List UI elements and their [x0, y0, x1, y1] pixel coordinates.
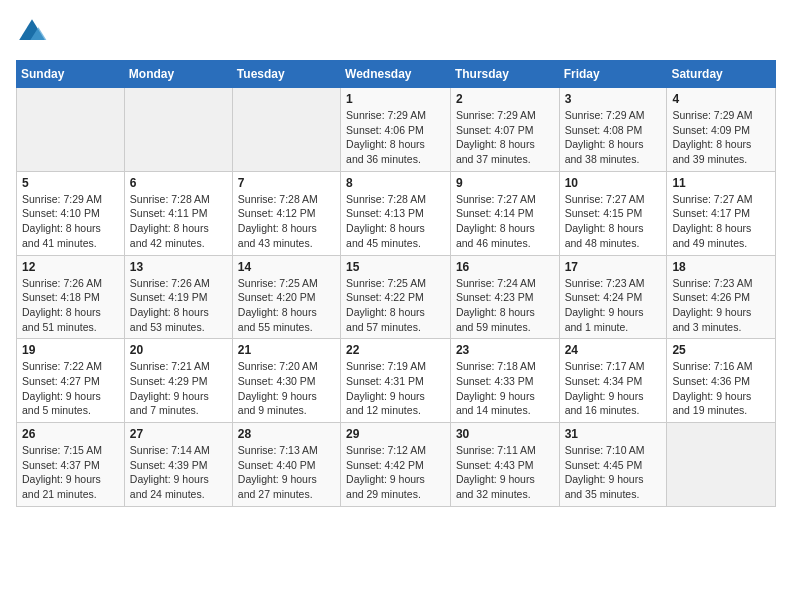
day-number: 4 [672, 92, 770, 106]
calendar-cell: 19Sunrise: 7:22 AM Sunset: 4:27 PM Dayli… [17, 339, 125, 423]
day-number: 22 [346, 343, 445, 357]
calendar-cell: 29Sunrise: 7:12 AM Sunset: 4:42 PM Dayli… [341, 423, 451, 507]
day-number: 10 [565, 176, 662, 190]
header-cell-saturday: Saturday [667, 61, 776, 88]
calendar-cell: 12Sunrise: 7:26 AM Sunset: 4:18 PM Dayli… [17, 255, 125, 339]
day-number: 2 [456, 92, 554, 106]
day-number: 30 [456, 427, 554, 441]
day-info: Sunrise: 7:24 AM Sunset: 4:23 PM Dayligh… [456, 276, 554, 335]
day-number: 23 [456, 343, 554, 357]
calendar-cell: 25Sunrise: 7:16 AM Sunset: 4:36 PM Dayli… [667, 339, 776, 423]
day-number: 26 [22, 427, 119, 441]
calendar-cell: 9Sunrise: 7:27 AM Sunset: 4:14 PM Daylig… [450, 171, 559, 255]
calendar-cell: 13Sunrise: 7:26 AM Sunset: 4:19 PM Dayli… [124, 255, 232, 339]
day-number: 12 [22, 260, 119, 274]
logo-icon [16, 16, 48, 48]
header-cell-thursday: Thursday [450, 61, 559, 88]
calendar-cell: 6Sunrise: 7:28 AM Sunset: 4:11 PM Daylig… [124, 171, 232, 255]
day-number: 24 [565, 343, 662, 357]
day-number: 14 [238, 260, 335, 274]
day-info: Sunrise: 7:29 AM Sunset: 4:10 PM Dayligh… [22, 192, 119, 251]
calendar-cell: 20Sunrise: 7:21 AM Sunset: 4:29 PM Dayli… [124, 339, 232, 423]
day-info: Sunrise: 7:14 AM Sunset: 4:39 PM Dayligh… [130, 443, 227, 502]
day-number: 18 [672, 260, 770, 274]
calendar-cell: 1Sunrise: 7:29 AM Sunset: 4:06 PM Daylig… [341, 88, 451, 172]
day-info: Sunrise: 7:27 AM Sunset: 4:15 PM Dayligh… [565, 192, 662, 251]
header-cell-wednesday: Wednesday [341, 61, 451, 88]
day-number: 28 [238, 427, 335, 441]
day-info: Sunrise: 7:25 AM Sunset: 4:22 PM Dayligh… [346, 276, 445, 335]
calendar-cell: 30Sunrise: 7:11 AM Sunset: 4:43 PM Dayli… [450, 423, 559, 507]
calendar-cell: 11Sunrise: 7:27 AM Sunset: 4:17 PM Dayli… [667, 171, 776, 255]
day-number: 19 [22, 343, 119, 357]
day-info: Sunrise: 7:26 AM Sunset: 4:18 PM Dayligh… [22, 276, 119, 335]
calendar-header: SundayMondayTuesdayWednesdayThursdayFrid… [17, 61, 776, 88]
day-number: 3 [565, 92, 662, 106]
header-row: SundayMondayTuesdayWednesdayThursdayFrid… [17, 61, 776, 88]
day-number: 8 [346, 176, 445, 190]
calendar-cell: 3Sunrise: 7:29 AM Sunset: 4:08 PM Daylig… [559, 88, 667, 172]
day-info: Sunrise: 7:27 AM Sunset: 4:14 PM Dayligh… [456, 192, 554, 251]
week-row-3: 12Sunrise: 7:26 AM Sunset: 4:18 PM Dayli… [17, 255, 776, 339]
day-info: Sunrise: 7:17 AM Sunset: 4:34 PM Dayligh… [565, 359, 662, 418]
day-info: Sunrise: 7:29 AM Sunset: 4:06 PM Dayligh… [346, 108, 445, 167]
day-info: Sunrise: 7:12 AM Sunset: 4:42 PM Dayligh… [346, 443, 445, 502]
calendar-cell: 7Sunrise: 7:28 AM Sunset: 4:12 PM Daylig… [232, 171, 340, 255]
header-cell-sunday: Sunday [17, 61, 125, 88]
calendar-cell: 16Sunrise: 7:24 AM Sunset: 4:23 PM Dayli… [450, 255, 559, 339]
day-info: Sunrise: 7:19 AM Sunset: 4:31 PM Dayligh… [346, 359, 445, 418]
calendar-cell [17, 88, 125, 172]
day-info: Sunrise: 7:23 AM Sunset: 4:26 PM Dayligh… [672, 276, 770, 335]
day-number: 20 [130, 343, 227, 357]
calendar-cell: 28Sunrise: 7:13 AM Sunset: 4:40 PM Dayli… [232, 423, 340, 507]
header-cell-monday: Monday [124, 61, 232, 88]
calendar-cell: 27Sunrise: 7:14 AM Sunset: 4:39 PM Dayli… [124, 423, 232, 507]
day-number: 1 [346, 92, 445, 106]
calendar-cell: 26Sunrise: 7:15 AM Sunset: 4:37 PM Dayli… [17, 423, 125, 507]
calendar-cell: 2Sunrise: 7:29 AM Sunset: 4:07 PM Daylig… [450, 88, 559, 172]
day-number: 13 [130, 260, 227, 274]
calendar-cell [667, 423, 776, 507]
week-row-2: 5Sunrise: 7:29 AM Sunset: 4:10 PM Daylig… [17, 171, 776, 255]
calendar-cell: 5Sunrise: 7:29 AM Sunset: 4:10 PM Daylig… [17, 171, 125, 255]
day-info: Sunrise: 7:21 AM Sunset: 4:29 PM Dayligh… [130, 359, 227, 418]
day-number: 11 [672, 176, 770, 190]
page-header [16, 16, 776, 48]
calendar-body: 1Sunrise: 7:29 AM Sunset: 4:06 PM Daylig… [17, 88, 776, 507]
logo [16, 16, 52, 48]
calendar-table: SundayMondayTuesdayWednesdayThursdayFrid… [16, 60, 776, 507]
calendar-cell: 21Sunrise: 7:20 AM Sunset: 4:30 PM Dayli… [232, 339, 340, 423]
day-number: 7 [238, 176, 335, 190]
day-info: Sunrise: 7:13 AM Sunset: 4:40 PM Dayligh… [238, 443, 335, 502]
day-number: 16 [456, 260, 554, 274]
week-row-5: 26Sunrise: 7:15 AM Sunset: 4:37 PM Dayli… [17, 423, 776, 507]
day-info: Sunrise: 7:22 AM Sunset: 4:27 PM Dayligh… [22, 359, 119, 418]
day-info: Sunrise: 7:29 AM Sunset: 4:09 PM Dayligh… [672, 108, 770, 167]
calendar-cell: 23Sunrise: 7:18 AM Sunset: 4:33 PM Dayli… [450, 339, 559, 423]
calendar-cell [124, 88, 232, 172]
day-info: Sunrise: 7:27 AM Sunset: 4:17 PM Dayligh… [672, 192, 770, 251]
calendar-cell [232, 88, 340, 172]
day-number: 15 [346, 260, 445, 274]
header-cell-tuesday: Tuesday [232, 61, 340, 88]
week-row-4: 19Sunrise: 7:22 AM Sunset: 4:27 PM Dayli… [17, 339, 776, 423]
day-number: 5 [22, 176, 119, 190]
calendar-cell: 22Sunrise: 7:19 AM Sunset: 4:31 PM Dayli… [341, 339, 451, 423]
calendar-cell: 10Sunrise: 7:27 AM Sunset: 4:15 PM Dayli… [559, 171, 667, 255]
day-info: Sunrise: 7:15 AM Sunset: 4:37 PM Dayligh… [22, 443, 119, 502]
header-cell-friday: Friday [559, 61, 667, 88]
day-number: 17 [565, 260, 662, 274]
day-number: 27 [130, 427, 227, 441]
day-number: 6 [130, 176, 227, 190]
day-number: 29 [346, 427, 445, 441]
day-info: Sunrise: 7:20 AM Sunset: 4:30 PM Dayligh… [238, 359, 335, 418]
day-info: Sunrise: 7:26 AM Sunset: 4:19 PM Dayligh… [130, 276, 227, 335]
day-info: Sunrise: 7:29 AM Sunset: 4:07 PM Dayligh… [456, 108, 554, 167]
day-number: 21 [238, 343, 335, 357]
calendar-cell: 18Sunrise: 7:23 AM Sunset: 4:26 PM Dayli… [667, 255, 776, 339]
calendar-cell: 4Sunrise: 7:29 AM Sunset: 4:09 PM Daylig… [667, 88, 776, 172]
calendar-cell: 31Sunrise: 7:10 AM Sunset: 4:45 PM Dayli… [559, 423, 667, 507]
day-info: Sunrise: 7:28 AM Sunset: 4:11 PM Dayligh… [130, 192, 227, 251]
calendar-cell: 15Sunrise: 7:25 AM Sunset: 4:22 PM Dayli… [341, 255, 451, 339]
day-info: Sunrise: 7:28 AM Sunset: 4:13 PM Dayligh… [346, 192, 445, 251]
